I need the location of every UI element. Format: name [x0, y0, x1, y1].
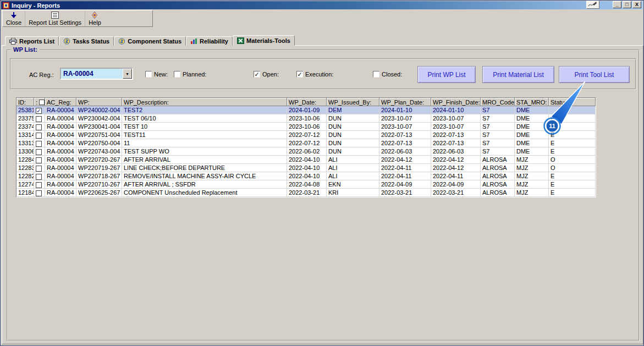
table-row[interactable]: 13314RA-00004WP220751-004TEST112022-07-1… [16, 131, 596, 139]
row-checkbox[interactable] [36, 182, 42, 188]
checkbox-execution[interactable]: Execution: [296, 71, 333, 78]
print-wp-list-button[interactable]: Print WP List [417, 66, 476, 83]
row-checkbox[interactable] [36, 166, 42, 172]
cell-issued_by: EKN [327, 180, 379, 189]
table-row[interactable]: 12274RA-00004WP220710-267AFTER ARRIVAL ;… [16, 180, 596, 189]
column-header-id[interactable]: ID: [16, 98, 34, 106]
table-row[interactable]: 12282RA-00004WP220718-267REMOVE/INSTALL … [16, 172, 596, 180]
table-row[interactable]: 12284RA-00004WP220720-267AFTER ARRIVAL20… [16, 156, 596, 164]
column-header-status[interactable]: Status: [549, 98, 596, 106]
table-row[interactable]: 13306RA-00004WP220743-004TEST SUPP WO202… [16, 147, 596, 156]
column-header-ac_reg[interactable]: AC_Reg: [45, 98, 76, 106]
dropdown-arrow-icon[interactable]: ▼ [123, 69, 132, 79]
row-checkbox[interactable] [36, 174, 42, 180]
row-checkbox-cell [34, 131, 45, 139]
cell-wp: WP220720-267 [76, 156, 122, 164]
close-window-button[interactable]: X [632, 1, 641, 8]
row-checkbox[interactable] [36, 133, 42, 139]
row-checkbox-cell [34, 189, 45, 197]
minimize-button[interactable]: _ [613, 1, 621, 8]
checkbox-box[interactable] [174, 71, 180, 78]
cell-issued_by: DUN [327, 123, 379, 131]
report-list-icon [50, 12, 60, 19]
cell-plan_date: 2022-06-03 [379, 147, 431, 156]
row-checkbox[interactable] [36, 116, 42, 122]
cell-status: O [549, 156, 596, 164]
cell-issued_by: ALI [327, 164, 379, 172]
header-checkbox[interactable] [39, 100, 45, 105]
cell-id: 13314 [16, 131, 34, 139]
checkbox-box[interactable] [254, 71, 260, 78]
print-material-list-button[interactable]: Print Material List [482, 66, 554, 83]
cell-wp: WP220743-004 [76, 147, 122, 156]
cell-status: E [549, 147, 596, 156]
pen-icon [588, 1, 598, 9]
row-checkbox-cell [34, 123, 45, 131]
print-tool-list-button[interactable]: Print Tool List [559, 66, 630, 83]
cell-wp: WP230042-004 [76, 114, 122, 123]
cell-plan_date: 2023-10-07 [379, 123, 431, 131]
checkbox-closed[interactable]: Closed: [373, 71, 402, 78]
column-header-checked[interactable]: : [34, 98, 45, 106]
tab-materials-tools[interactable]: Materials-Tools [233, 35, 295, 46]
column-header-mro_code[interactable]: MRO_Code: [481, 98, 515, 106]
checkbox-box[interactable] [145, 71, 152, 78]
row-checkbox[interactable] [36, 141, 42, 147]
column-header-plan_date[interactable]: WP_Plan_Date: [379, 98, 431, 106]
column-header-date[interactable]: WP_Date: [287, 98, 327, 106]
materials-tools-icon [237, 37, 244, 44]
column-header-finish_date[interactable]: WP_Finish_Date: [431, 98, 481, 106]
row-checkbox[interactable] [36, 124, 42, 130]
column-header-issued_by[interactable]: WP_Issued_By: [327, 98, 379, 106]
column-header-label: : [36, 99, 37, 106]
table-row[interactable]: 23374RA-00004WP230041-004TEST 102023-10-… [16, 123, 596, 131]
cell-desc: TEST11 [122, 131, 287, 139]
row-checkbox[interactable] [36, 190, 42, 196]
checkbox-planned[interactable]: Planned: [174, 71, 206, 78]
tab-bar: Reports List Tasks Status Component Stat… [5, 35, 295, 46]
checkbox-label: Planned: [183, 71, 206, 78]
table-row[interactable]: 25381RA-00004WP240002-004TEST22024-01-09… [16, 106, 596, 114]
checkbox-box[interactable] [296, 71, 303, 78]
tab-tasks-status[interactable]: Tasks Status [59, 36, 114, 46]
table-row[interactable]: 13313RA-00004WP220750-004112022-07-12DUN… [16, 139, 596, 147]
toolbar-help-button[interactable]: Help [85, 10, 104, 26]
row-checkbox[interactable] [36, 149, 42, 155]
row-checkbox-cell [34, 172, 45, 180]
checkbox-box[interactable] [373, 71, 379, 78]
table-row[interactable]: 12184RA-00004WP220625-267COMPONENT Unsch… [16, 189, 596, 197]
column-header-wp[interactable]: WP: [76, 98, 122, 106]
cell-id: 25381 [16, 106, 34, 114]
checkbox-open[interactable]: Open: [254, 71, 279, 78]
column-header-sta_mro[interactable]: STA_MRO: [515, 98, 549, 106]
tab-label: Reports List [19, 38, 54, 45]
column-header-label: Status: [551, 99, 569, 106]
row-checkbox[interactable] [36, 108, 42, 114]
cell-sta_mro: MJZ [515, 156, 549, 164]
tab-component-status[interactable]: Component Status [114, 36, 186, 46]
cell-issued_by: DEM [327, 106, 379, 114]
cell-ac_reg: RA-00004 [45, 164, 76, 172]
cell-desc: COMPONENT Unscheduled Replacement [122, 189, 287, 197]
tab-reliability[interactable]: Reliability [186, 36, 233, 46]
cell-desc: LINE CHECK;BEFORE DEPARTURE [122, 164, 287, 172]
cell-mro_code: S7 [481, 147, 515, 156]
cell-plan_date: 2022-04-09 [379, 180, 431, 189]
cell-mro_code: S7 [481, 106, 515, 114]
maximize-button[interactable]: □ [623, 1, 631, 8]
table-row[interactable]: 12283RA-00004WP220719-267LINE CHECK;BEFO… [16, 164, 596, 172]
app-icon [3, 2, 9, 9]
row-checkbox-cell [34, 114, 45, 123]
tab-reports-list[interactable]: Reports List [5, 36, 59, 46]
signature-button[interactable] [586, 1, 599, 9]
checkbox-new[interactable]: New: [145, 71, 168, 78]
toolbar: Close Report List Settings Help [2, 10, 153, 27]
table-row[interactable]: 23375RA-00004WP230042-004TEST 06/102023-… [16, 114, 596, 123]
row-checkbox[interactable] [36, 157, 42, 163]
cell-date: 2022-07-12 [287, 131, 327, 139]
toolbar-report-list-settings-button[interactable]: Report List Settings [25, 10, 85, 26]
column-header-desc[interactable]: WP_Description: [122, 98, 287, 106]
ac-reg-combobox[interactable]: RA-00004 ▼ [60, 68, 133, 80]
toolbar-close-button[interactable]: Close [3, 10, 25, 26]
cell-date: 2022-04-10 [287, 164, 327, 172]
